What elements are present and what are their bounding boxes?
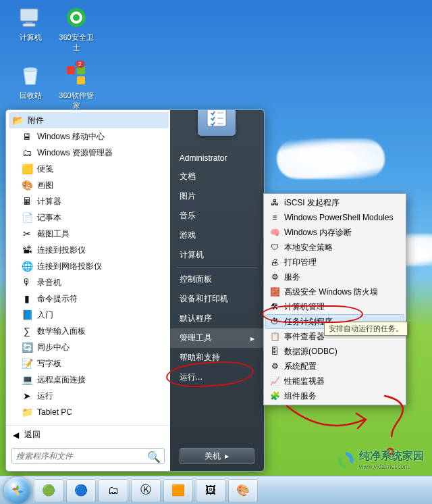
program-item-paint[interactable]: 🎨画图 xyxy=(9,177,169,193)
program-item-notepad[interactable]: 📄记事本 xyxy=(9,209,169,226)
program-item-sticky[interactable]: 🟨便笺 xyxy=(9,161,169,177)
computer-icon xyxy=(18,5,43,30)
watermark: 纯净系统家园 www.yidaimei.com xyxy=(336,449,424,470)
right-item-system[interactable]: 控制面板 xyxy=(170,270,264,289)
program-label: 画图 xyxy=(37,180,53,191)
svg-rect-7 xyxy=(67,66,75,74)
program-item-snip[interactable]: ✂截图工具 xyxy=(9,226,169,242)
program-label: 录音机 xyxy=(37,277,61,288)
secpol-icon: 🛡 xyxy=(269,242,280,253)
folder-open-icon: 📂 xyxy=(11,114,24,126)
chevron-right-icon: ▸ xyxy=(225,451,229,461)
program-item-recorder[interactable]: 🎙录音机 xyxy=(9,274,169,291)
paint-icon: 🎨 xyxy=(21,179,33,191)
program-item-help[interactable]: 📘入门 xyxy=(9,307,169,323)
admintool-printmgr[interactable]: 🖨打印管理 xyxy=(265,255,404,270)
program-label: 命令提示符 xyxy=(37,293,78,305)
shutdown-button[interactable]: 关机▸ xyxy=(180,448,254,464)
chevron-right-icon: ▸ xyxy=(250,334,254,343)
program-label: 记事本 xyxy=(37,212,61,224)
desktop-icon-360safe[interactable]: 360安全卫士 xyxy=(55,5,97,53)
badge: 2 xyxy=(76,61,84,68)
program-item-folder[interactable]: 📁Windows PowerShell xyxy=(9,420,169,425)
start-programs-list[interactable]: 📂 附件 🖥Windows 移动中心🗂Windows 资源管理器🟨便笺🎨画图🖩计… xyxy=(6,110,170,425)
back-button[interactable]: ◀ 返回 xyxy=(6,425,170,444)
program-label: Tablet PC xyxy=(37,407,72,417)
right-item-places[interactable]: 文档 xyxy=(170,167,264,186)
projector-icon: 📽 xyxy=(21,244,33,256)
services-icon: ⚙ xyxy=(269,272,280,282)
admintool-services[interactable]: ⚙服务 xyxy=(265,270,404,284)
right-item-system[interactable]: 管理工具▸ xyxy=(170,328,264,348)
tasksched-icon: ⏱ xyxy=(269,316,280,327)
right-item-system[interactable]: 运行... xyxy=(170,368,264,387)
right-item-system[interactable]: 默认程序 xyxy=(170,309,264,328)
svg-point-5 xyxy=(73,14,80,21)
softmgr-icon: 2 xyxy=(64,64,88,88)
notepad-icon: 📄 xyxy=(21,211,33,224)
program-item-sync[interactable]: 🔄同步中心 xyxy=(9,339,169,355)
program-label: 数学输入面板 xyxy=(37,326,86,337)
windows-logo-icon xyxy=(10,483,25,498)
program-item-calc[interactable]: 🖩计算器 xyxy=(9,193,169,209)
right-item-system[interactable]: 设备和打印机 xyxy=(170,289,264,309)
admintool-firewall[interactable]: 🧱高级安全 Windows 防火墙 xyxy=(265,284,404,299)
program-item-folder[interactable]: 📁Tablet PC xyxy=(9,404,169,420)
admintool-iscsi[interactable]: 🖧iSCSI 发起程序 xyxy=(265,195,404,210)
user-name[interactable]: Administrator xyxy=(170,149,264,167)
svg-point-6 xyxy=(24,68,37,72)
desktop-icon-computer[interactable]: 计算机 xyxy=(9,5,51,43)
netproj-icon: 🌐 xyxy=(21,260,33,272)
taskbar-explorer[interactable]: 🗂 xyxy=(99,479,128,502)
360-icon xyxy=(64,5,88,30)
admintool-memdiag[interactable]: 🧠Windows 内存诊断 xyxy=(265,225,404,240)
admintool-compsvc[interactable]: 🧩组件服务 xyxy=(265,388,404,403)
program-item-rdp[interactable]: 💻远程桌面连接 xyxy=(9,372,169,388)
program-item-explorer[interactable]: 🗂Windows 资源管理器 xyxy=(9,145,169,161)
program-item-run[interactable]: ➤运行 xyxy=(9,388,169,404)
compsvc-icon: 🧩 xyxy=(269,390,280,401)
recorder-icon: 🎙 xyxy=(21,276,33,288)
program-label: Windows 资源管理器 xyxy=(37,147,113,159)
admintool-compmgmt[interactable]: 🛠计算机管理 xyxy=(265,299,404,314)
desktop-label: 360安全卫士 xyxy=(59,33,93,51)
user-avatar[interactable] xyxy=(198,109,236,136)
right-item-system[interactable]: 帮助和支持 xyxy=(170,348,264,368)
admintool-sysconfig[interactable]: ⚙系统配置 xyxy=(265,359,404,374)
right-item-places[interactable]: 图片 xyxy=(170,186,264,206)
taskbar: 🟢🔵🗂Ⓚ🟧🖼🎨 xyxy=(0,476,432,504)
desktop-icon-360soft[interactable]: 2 360软件管家 xyxy=(55,64,97,111)
admintool-psmod[interactable]: ≡Windows PowerShell Modules xyxy=(265,210,404,225)
folder-accessories[interactable]: 📂 附件 xyxy=(9,112,169,128)
program-item-cmd[interactable]: ▮命令提示符 xyxy=(9,291,169,307)
rdp-icon: 💻 xyxy=(21,374,33,386)
taskbar-ie[interactable]: 🔵 xyxy=(66,479,96,502)
program-item-projector[interactable]: 📽连接到投影仪 xyxy=(9,242,169,258)
program-item-netproj[interactable]: 🌐连接到网络投影仪 xyxy=(9,258,169,274)
admintool-odbc[interactable]: 🗄数据源(ODBC) xyxy=(265,344,404,359)
firewall-icon: 🧱 xyxy=(269,286,280,297)
tooltip: 安排自动运行的任务。 xyxy=(324,322,408,336)
taskbar-kugou[interactable]: Ⓚ xyxy=(131,479,161,502)
program-item-wordpad[interactable]: 📝写字板 xyxy=(9,355,169,372)
program-item-mathinput[interactable]: ∑数学输入面板 xyxy=(9,323,169,339)
start-button[interactable] xyxy=(4,477,31,504)
admintool-secpol[interactable]: 🛡本地安全策略 xyxy=(265,240,404,255)
perfmon-icon: 📈 xyxy=(269,376,280,386)
mobility-icon: 🖥 xyxy=(21,130,33,143)
taskbar-browser-360[interactable]: 🟢 xyxy=(34,479,63,502)
admintool-perfmon[interactable]: 📈性能监视器 xyxy=(265,374,404,388)
taskbar-app[interactable]: 🖼 xyxy=(196,479,225,502)
taskbar-paint[interactable]: 🎨 xyxy=(228,479,258,502)
folder-icon: 📁 xyxy=(21,406,33,418)
right-item-places[interactable]: 音乐 xyxy=(170,206,264,226)
search-input[interactable] xyxy=(11,448,165,464)
program-label: 连接到投影仪 xyxy=(37,245,86,256)
taskbar-uc[interactable]: 🟧 xyxy=(163,479,193,502)
right-item-places[interactable]: 计算机 xyxy=(170,245,264,265)
help-icon: 📘 xyxy=(21,309,33,321)
program-item-mobility[interactable]: 🖥Windows 移动中心 xyxy=(9,128,169,145)
right-item-places[interactable]: 游戏 xyxy=(170,226,264,245)
svg-rect-10 xyxy=(77,76,85,84)
desktop-icon-recycle[interactable]: 回收站 xyxy=(9,64,51,101)
